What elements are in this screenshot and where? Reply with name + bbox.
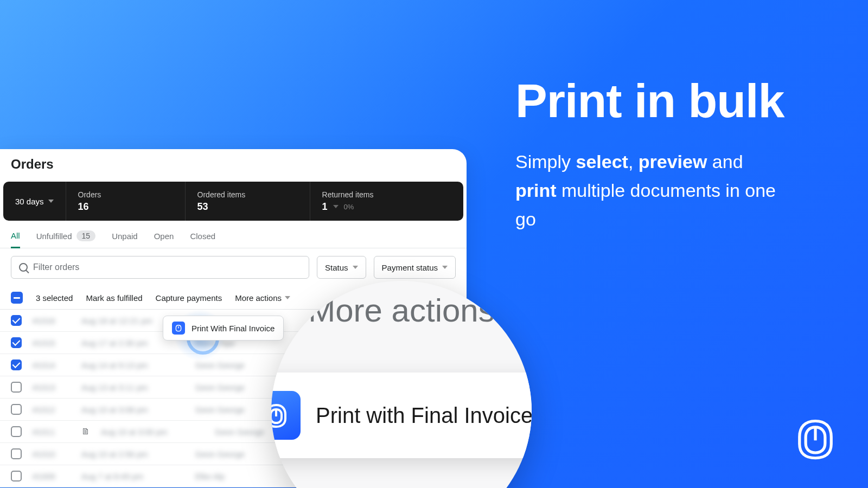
tab-unfulfilled[interactable]: Unfulfilled 15 bbox=[36, 230, 95, 248]
hero: Print in bulk Simply select, preview and… bbox=[515, 76, 787, 233]
order-customer: Elke Alp bbox=[195, 472, 282, 481]
chevron-down-icon bbox=[285, 296, 290, 299]
tabs: All Unfulfilled 15 Unpaid Open Closed bbox=[0, 221, 467, 248]
order-id: #1016 bbox=[33, 316, 71, 325]
search-input[interactable]: Filter orders bbox=[11, 256, 309, 279]
hero-text: and bbox=[707, 151, 743, 172]
row-checkbox[interactable] bbox=[11, 382, 22, 393]
document-icon: 🗎 bbox=[81, 427, 90, 436]
order-date: Aug 14 at 9:13 pm bbox=[81, 361, 184, 370]
chevron-down-icon bbox=[353, 266, 358, 269]
filter-label: Payment status bbox=[382, 263, 438, 272]
tab-unpaid[interactable]: Unpaid bbox=[112, 230, 138, 248]
hero-bold: preview bbox=[639, 151, 707, 172]
selected-count: 3 selected bbox=[36, 293, 73, 303]
order-id: #1012 bbox=[33, 405, 71, 414]
row-checkbox[interactable] bbox=[11, 426, 22, 437]
app-icon bbox=[172, 322, 185, 335]
row-checkbox[interactable] bbox=[11, 315, 22, 326]
period-selector[interactable]: 30 days bbox=[3, 182, 66, 221]
hero-bold: select bbox=[576, 151, 628, 172]
order-id: #1010 bbox=[33, 450, 71, 459]
order-customer: Geon George bbox=[195, 361, 282, 370]
order-customer: Geon George bbox=[195, 405, 282, 414]
hero-title: Print in bulk bbox=[515, 76, 787, 126]
order-id: #1015 bbox=[33, 338, 71, 348]
order-id: #1009 bbox=[33, 472, 71, 481]
chevron-down-icon bbox=[442, 266, 448, 269]
hero-bold: print bbox=[515, 180, 557, 201]
order-date: Aug 7 at 8:49 pm bbox=[81, 472, 184, 481]
chevron-down-icon bbox=[333, 205, 339, 208]
brand-logo bbox=[794, 418, 837, 462]
select-all-checkbox[interactable] bbox=[11, 292, 23, 304]
more-actions-label: More actions bbox=[235, 293, 282, 303]
chevron-down-icon bbox=[48, 200, 54, 203]
summary-value: 53 bbox=[197, 201, 298, 213]
hero-text: Simply bbox=[515, 151, 576, 172]
mark-fulfilled-button[interactable]: Mark as fulfilled bbox=[86, 293, 142, 303]
summary-pct: 0% bbox=[344, 203, 354, 211]
search-placeholder: Filter orders bbox=[33, 262, 79, 272]
summary-value: 1 0% bbox=[322, 201, 374, 213]
status-filter[interactable]: Status bbox=[317, 256, 366, 279]
summary-value: 16 bbox=[78, 201, 173, 213]
row-checkbox[interactable] bbox=[11, 359, 22, 370]
tab-closed[interactable]: Closed bbox=[190, 230, 215, 248]
summary-label: Orders bbox=[78, 190, 173, 199]
summary-orders[interactable]: Orders 16 bbox=[66, 182, 186, 221]
row-checkbox[interactable] bbox=[11, 448, 22, 459]
row-checkbox[interactable] bbox=[11, 404, 22, 415]
search-icon bbox=[19, 263, 28, 272]
more-actions-dropdown: Print With Final Invoice bbox=[163, 316, 284, 341]
row-checkbox[interactable] bbox=[11, 471, 22, 481]
order-customer: Geon George bbox=[195, 450, 282, 459]
period-label: 30 days bbox=[15, 197, 44, 206]
order-id: #1014 bbox=[33, 361, 71, 370]
tab-all[interactable]: All bbox=[11, 230, 20, 248]
summary-label: Returned items bbox=[322, 190, 374, 199]
order-date: Aug 10 at 3:08 pm bbox=[81, 405, 184, 414]
summary-bar: 30 days Orders 16 Ordered items 53 Retur… bbox=[3, 182, 463, 221]
order-id: #1011 bbox=[33, 427, 71, 436]
summary-label: Ordered items bbox=[197, 190, 298, 199]
order-customer: Geon George bbox=[195, 383, 282, 392]
summary-items[interactable]: Ordered items 53 bbox=[186, 182, 310, 221]
tab-open[interactable]: Open bbox=[154, 230, 174, 248]
capture-payments-button[interactable]: Capture payments bbox=[156, 293, 222, 303]
print-action-card[interactable]: Print with Final Invoice bbox=[271, 373, 532, 458]
order-date: Aug 10 at 3:00 pm bbox=[101, 427, 204, 436]
row-checkbox[interactable] bbox=[11, 337, 22, 348]
payment-status-filter[interactable]: Payment status bbox=[374, 256, 456, 279]
count-badge: 15 bbox=[76, 230, 96, 241]
dropdown-item-print[interactable]: Print With Final Invoice bbox=[192, 324, 275, 333]
app-icon bbox=[271, 391, 301, 440]
summary-num: 1 bbox=[322, 201, 328, 213]
order-id: #1013 bbox=[33, 383, 71, 392]
filter-label: Status bbox=[325, 263, 348, 272]
hero-text: , bbox=[628, 151, 639, 172]
tab-label: Unfulfilled bbox=[36, 232, 72, 241]
order-date: Aug 13 at 3:11 pm bbox=[81, 383, 184, 392]
print-action-label: Print with Final Invoice bbox=[316, 403, 532, 428]
hero-subtitle: Simply select, preview and print multipl… bbox=[515, 147, 787, 233]
more-actions-button[interactable]: More actions bbox=[235, 293, 290, 303]
order-date: Aug 10 at 2:56 pm bbox=[81, 450, 184, 459]
summary-returned[interactable]: Returned items 1 0% bbox=[310, 182, 386, 221]
page-title: Orders bbox=[0, 149, 467, 182]
